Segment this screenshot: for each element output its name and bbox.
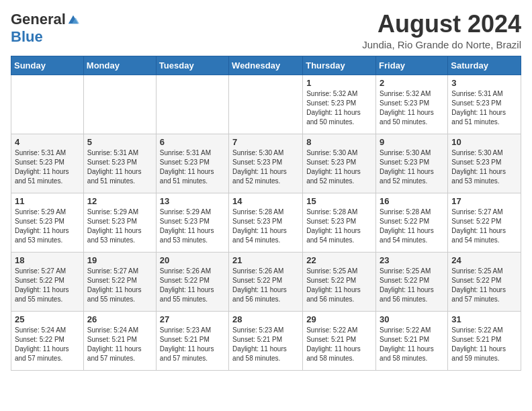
calendar-week-3: 11Sunrise: 5:29 AM Sunset: 5:23 PM Dayli… <box>11 193 521 252</box>
day-number: 25 <box>15 314 80 324</box>
calendar-cell <box>83 75 156 134</box>
calendar-cell: 12Sunrise: 5:29 AM Sunset: 5:23 PM Dayli… <box>83 193 156 252</box>
day-info: Sunrise: 5:29 AM Sunset: 5:23 PM Dayligh… <box>15 208 80 245</box>
column-header-friday: Friday <box>376 56 448 75</box>
calendar-table: SundayMondayTuesdayWednesdayThursdayFrid… <box>11 56 521 371</box>
calendar-cell: 1Sunrise: 5:32 AM Sunset: 5:23 PM Daylig… <box>303 75 376 134</box>
day-number: 26 <box>87 314 152 324</box>
day-info: Sunrise: 5:25 AM Sunset: 5:22 PM Dayligh… <box>380 267 444 304</box>
calendar-cell: 11Sunrise: 5:29 AM Sunset: 5:23 PM Dayli… <box>11 193 84 252</box>
column-header-wednesday: Wednesday <box>229 56 303 75</box>
calendar-cell: 31Sunrise: 5:22 AM Sunset: 5:21 PM Dayli… <box>448 311 521 370</box>
day-number: 4 <box>15 137 80 147</box>
day-number: 9 <box>380 137 444 147</box>
day-info: Sunrise: 5:28 AM Sunset: 5:23 PM Dayligh… <box>306 208 372 245</box>
day-info: Sunrise: 5:31 AM Sunset: 5:23 PM Dayligh… <box>160 148 225 186</box>
day-info: Sunrise: 5:27 AM Sunset: 5:22 PM Dayligh… <box>15 267 80 304</box>
day-number: 29 <box>306 314 372 324</box>
day-info: Sunrise: 5:30 AM Sunset: 5:23 PM Dayligh… <box>306 148 372 186</box>
day-info: Sunrise: 5:31 AM Sunset: 5:23 PM Dayligh… <box>15 148 80 186</box>
calendar-cell: 20Sunrise: 5:26 AM Sunset: 5:22 PM Dayli… <box>156 252 228 311</box>
calendar-cell: 10Sunrise: 5:30 AM Sunset: 5:23 PM Dayli… <box>448 134 521 193</box>
calendar-cell: 5Sunrise: 5:31 AM Sunset: 5:23 PM Daylig… <box>83 134 156 193</box>
calendar-week-1: 1Sunrise: 5:32 AM Sunset: 5:23 PM Daylig… <box>11 75 521 134</box>
calendar-cell: 25Sunrise: 5:24 AM Sunset: 5:22 PM Dayli… <box>11 311 84 370</box>
day-info: Sunrise: 5:30 AM Sunset: 5:23 PM Dayligh… <box>380 148 444 186</box>
calendar-cell: 4Sunrise: 5:31 AM Sunset: 5:23 PM Daylig… <box>11 134 84 193</box>
calendar-week-4: 18Sunrise: 5:27 AM Sunset: 5:22 PM Dayli… <box>11 252 521 311</box>
day-number: 8 <box>306 137 372 147</box>
day-number: 21 <box>232 255 299 265</box>
month-year-title: August 2024 <box>362 11 521 38</box>
column-header-tuesday: Tuesday <box>156 56 228 75</box>
calendar-cell: 24Sunrise: 5:25 AM Sunset: 5:22 PM Dayli… <box>448 252 521 311</box>
calendar-cell <box>156 75 228 134</box>
day-number: 17 <box>451 196 517 206</box>
day-info: Sunrise: 5:28 AM Sunset: 5:22 PM Dayligh… <box>380 208 444 245</box>
day-number: 20 <box>160 255 225 265</box>
day-number: 30 <box>380 314 444 324</box>
day-info: Sunrise: 5:23 AM Sunset: 5:21 PM Dayligh… <box>232 326 299 363</box>
day-info: Sunrise: 5:29 AM Sunset: 5:23 PM Dayligh… <box>160 208 225 245</box>
calendar-cell: 6Sunrise: 5:31 AM Sunset: 5:23 PM Daylig… <box>156 134 228 193</box>
calendar-header-row: SundayMondayTuesdayWednesdayThursdayFrid… <box>11 56 521 75</box>
day-info: Sunrise: 5:30 AM Sunset: 5:23 PM Dayligh… <box>232 148 299 186</box>
day-info: Sunrise: 5:26 AM Sunset: 5:22 PM Dayligh… <box>160 267 225 304</box>
day-info: Sunrise: 5:22 AM Sunset: 5:21 PM Dayligh… <box>306 326 372 363</box>
calendar-cell: 30Sunrise: 5:22 AM Sunset: 5:21 PM Dayli… <box>376 311 448 370</box>
calendar-cell: 2Sunrise: 5:32 AM Sunset: 5:23 PM Daylig… <box>376 75 448 134</box>
day-number: 14 <box>232 196 299 206</box>
calendar-cell: 8Sunrise: 5:30 AM Sunset: 5:23 PM Daylig… <box>303 134 376 193</box>
calendar-cell: 15Sunrise: 5:28 AM Sunset: 5:23 PM Dayli… <box>303 193 376 252</box>
day-number: 2 <box>380 78 444 88</box>
calendar-cell: 3Sunrise: 5:31 AM Sunset: 5:23 PM Daylig… <box>448 75 521 134</box>
calendar-cell: 17Sunrise: 5:27 AM Sunset: 5:22 PM Dayli… <box>448 193 521 252</box>
day-number: 31 <box>451 314 517 324</box>
day-info: Sunrise: 5:31 AM Sunset: 5:23 PM Dayligh… <box>87 148 152 186</box>
location-subtitle: Jundia, Rio Grande do Norte, Brazil <box>362 39 521 50</box>
day-number: 16 <box>380 196 444 206</box>
day-number: 27 <box>160 314 225 324</box>
day-info: Sunrise: 5:23 AM Sunset: 5:21 PM Dayligh… <box>160 326 225 363</box>
logo-general-text: General <box>11 11 66 28</box>
day-number: 24 <box>451 255 517 265</box>
calendar-cell: 21Sunrise: 5:26 AM Sunset: 5:22 PM Dayli… <box>229 252 303 311</box>
day-info: Sunrise: 5:26 AM Sunset: 5:22 PM Dayligh… <box>232 267 299 304</box>
day-number: 1 <box>306 78 372 88</box>
day-number: 18 <box>15 255 80 265</box>
day-number: 22 <box>306 255 372 265</box>
day-number: 7 <box>232 137 299 147</box>
day-info: Sunrise: 5:30 AM Sunset: 5:23 PM Dayligh… <box>451 148 517 186</box>
day-info: Sunrise: 5:32 AM Sunset: 5:23 PM Dayligh… <box>380 89 444 127</box>
day-info: Sunrise: 5:24 AM Sunset: 5:22 PM Dayligh… <box>15 326 80 363</box>
day-info: Sunrise: 5:29 AM Sunset: 5:23 PM Dayligh… <box>87 208 152 245</box>
day-number: 28 <box>232 314 299 324</box>
calendar-cell: 29Sunrise: 5:22 AM Sunset: 5:21 PM Dayli… <box>303 311 376 370</box>
column-header-sunday: Sunday <box>11 56 84 75</box>
day-info: Sunrise: 5:28 AM Sunset: 5:23 PM Dayligh… <box>232 208 299 245</box>
calendar-cell: 22Sunrise: 5:25 AM Sunset: 5:22 PM Dayli… <box>303 252 376 311</box>
calendar-week-2: 4Sunrise: 5:31 AM Sunset: 5:23 PM Daylig… <box>11 134 521 193</box>
day-info: Sunrise: 5:22 AM Sunset: 5:21 PM Dayligh… <box>380 326 444 363</box>
day-number: 15 <box>306 196 372 206</box>
calendar-cell: 26Sunrise: 5:24 AM Sunset: 5:21 PM Dayli… <box>83 311 156 370</box>
day-number: 13 <box>160 196 225 206</box>
day-number: 5 <box>87 137 152 147</box>
calendar-cell: 7Sunrise: 5:30 AM Sunset: 5:23 PM Daylig… <box>229 134 303 193</box>
day-info: Sunrise: 5:25 AM Sunset: 5:22 PM Dayligh… <box>306 267 372 304</box>
calendar-cell: 13Sunrise: 5:29 AM Sunset: 5:23 PM Dayli… <box>156 193 228 252</box>
page-header: General Blue August 2024 Jundia, Rio Gra… <box>11 11 521 50</box>
calendar-week-5: 25Sunrise: 5:24 AM Sunset: 5:22 PM Dayli… <box>11 311 521 370</box>
calendar-cell <box>229 75 303 134</box>
day-number: 12 <box>87 196 152 206</box>
calendar-cell: 27Sunrise: 5:23 AM Sunset: 5:21 PM Dayli… <box>156 311 228 370</box>
day-info: Sunrise: 5:27 AM Sunset: 5:22 PM Dayligh… <box>451 208 517 245</box>
title-section: August 2024 Jundia, Rio Grande do Norte,… <box>362 11 521 50</box>
day-info: Sunrise: 5:24 AM Sunset: 5:21 PM Dayligh… <box>87 326 152 363</box>
day-number: 23 <box>380 255 444 265</box>
calendar-cell <box>11 75 84 134</box>
column-header-thursday: Thursday <box>303 56 376 75</box>
calendar-cell: 14Sunrise: 5:28 AM Sunset: 5:23 PM Dayli… <box>229 193 303 252</box>
day-number: 19 <box>87 255 152 265</box>
calendar-cell: 18Sunrise: 5:27 AM Sunset: 5:22 PM Dayli… <box>11 252 84 311</box>
